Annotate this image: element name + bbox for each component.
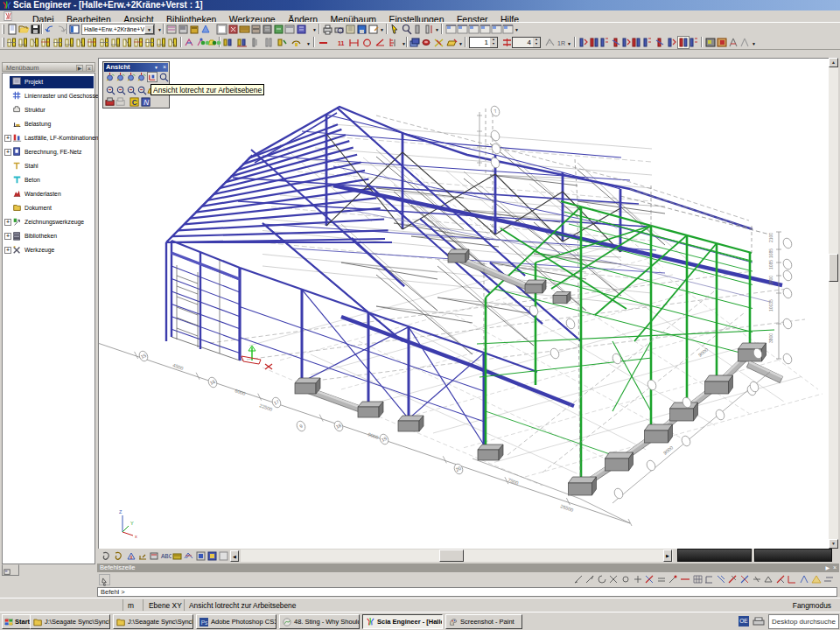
svg-text:2800: 2800	[768, 276, 774, 285]
svg-text:7500: 7500	[508, 477, 520, 486]
svg-text:2100: 2100	[768, 233, 774, 242]
svg-text:Z: Z	[119, 509, 122, 514]
svg-text:26500: 26500	[560, 503, 574, 513]
svg-text:x: x	[135, 534, 137, 539]
svg-text:22500: 22500	[259, 402, 273, 412]
svg-text:3800: 3800	[768, 333, 774, 343]
svg-text:4500: 4500	[172, 362, 185, 371]
svg-text:ABC: ABC	[161, 553, 172, 559]
svg-text:6000: 6000	[234, 388, 247, 396]
svg-text:1085: 1085	[768, 248, 774, 258]
svg-text:Ps: Ps	[201, 620, 208, 626]
svg-text:9000: 9000	[662, 445, 674, 456]
svg-text:10035: 10035	[768, 299, 774, 312]
svg-text:11: 11	[338, 40, 345, 46]
svg-text:1R: 1R	[557, 40, 565, 46]
svg-text:Y: Y	[130, 521, 134, 526]
svg-text:1085: 1085	[768, 260, 774, 270]
svg-text:C: C	[132, 98, 137, 107]
svg-text:9000: 9000	[368, 431, 380, 440]
svg-text:N: N	[144, 98, 149, 107]
